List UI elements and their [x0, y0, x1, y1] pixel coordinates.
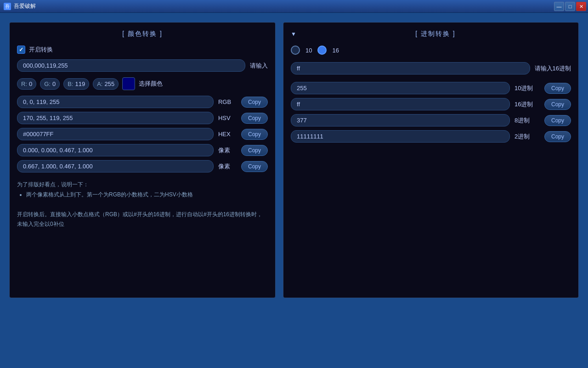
base-conversion-panel: ▼ [ 进制转换 ] 10 16 请输入16进制 255 10进制 Copy f… [283, 22, 579, 298]
a-value: 255 [105, 80, 115, 87]
color-label-3: 像素 [218, 146, 237, 155]
base-conversion-rows: 255 10进制 Copy ff 16进制 Copy 377 8进制 Copy … [291, 82, 571, 143]
color-row-1: 170, 255, 119, 255 HSV Copy [17, 112, 268, 124]
toggle-16-radio[interactable] [317, 46, 327, 55]
main-content: [ 颜色转换 ] 开启转换 请输入 R: 0 G: 0 B: 119 [0, 13, 588, 368]
notes-title: 为了排版好看点，说明一下： [17, 180, 268, 190]
titlebar: 吾 吾爱破解 — □ ✕ [0, 0, 588, 13]
color-value-rows: 0, 0, 119, 255 RGB Copy 170, 255, 119, 2… [17, 96, 268, 172]
base-label-2: 8进制 [514, 116, 540, 125]
color-input[interactable] [17, 59, 245, 72]
hex-input-row: 请输入16进制 [291, 62, 571, 75]
select-color-button[interactable]: 选择颜色 [139, 80, 163, 88]
app-icon: 吾 [4, 3, 11, 10]
dropdown-arrow-icon: ▼ [291, 31, 296, 37]
base-row-3: 11111111 2进制 Copy [291, 130, 571, 143]
app-title: 吾爱破解 [14, 2, 36, 10]
color-row-2: #000077FF HEX Copy [17, 128, 268, 140]
color-row-3: 0.000, 0.000, 0.467, 1.000 像素 Copy [17, 144, 268, 156]
color-value-3: 0.000, 0.000, 0.467, 1.000 [17, 144, 214, 156]
color-row-4: 0.667, 1.000, 0.467, 1.000 像素 Copy [17, 160, 268, 172]
base-value-0: 255 [291, 82, 510, 94]
copy-button-left-0[interactable]: Copy [241, 97, 268, 108]
color-preview-swatch [122, 77, 135, 90]
g-value: 0 [52, 80, 56, 87]
hex-input[interactable] [291, 62, 530, 75]
enable-conversion-checkbox[interactable] [17, 46, 25, 54]
color-label-4: 像素 [218, 162, 237, 171]
toggle-row: 10 16 [291, 46, 571, 55]
right-panel-title: [ 进制转换 ] [300, 30, 571, 38]
base-label-1: 16进制 [514, 100, 540, 109]
b-value: 119 [75, 80, 85, 87]
notes-item-0: 两个像素格式从上到下。第一个为RGB的小数格式，二为HSV小数格 [26, 190, 268, 200]
r-value: 0 [29, 80, 32, 87]
color-value-1: 170, 255, 119, 255 [17, 112, 214, 124]
right-panel-header: ▼ [ 进制转换 ] [291, 30, 571, 38]
window-controls: — □ ✕ [554, 2, 586, 11]
notes-section: 为了排版好看点，说明一下： 两个像素格式从上到下。第一个为RGB的小数格式，二为… [17, 180, 268, 230]
copy-button-left-1[interactable]: Copy [241, 113, 268, 124]
r-box: R: 0 [17, 78, 36, 90]
toggle-10-radio[interactable] [291, 46, 300, 55]
color-label-1: HSV [218, 115, 237, 121]
maximize-button[interactable]: □ [565, 2, 575, 11]
b-box: B: 119 [63, 78, 89, 90]
copy-button-right-2[interactable]: Copy [544, 115, 571, 126]
g-label: G: [44, 80, 51, 87]
base-row-0: 255 10进制 Copy [291, 82, 571, 94]
b-label: B: [68, 80, 73, 87]
copy-button-right-1[interactable]: Copy [544, 99, 571, 110]
base-label-0: 10进制 [514, 84, 540, 92]
hex-input-placeholder-label: 请输入16进制 [535, 64, 571, 73]
g-box: G: 0 [40, 78, 60, 90]
left-panel-title: [ 颜色转换 ] [17, 30, 268, 38]
color-input-placeholder-label: 请输入 [250, 62, 268, 70]
enable-conversion-row: 开启转换 [17, 46, 268, 54]
base-value-3: 11111111 [291, 130, 510, 143]
color-value-4: 0.667, 1.000, 0.467, 1.000 [17, 160, 214, 172]
base-value-2: 377 [291, 114, 510, 126]
base-row-1: ff 16进制 Copy [291, 98, 571, 110]
base-value-1: ff [291, 98, 510, 110]
base-label-3: 2进制 [514, 132, 540, 141]
toggle-16-label: 16 [332, 47, 339, 54]
close-button[interactable]: ✕ [576, 2, 586, 11]
toggle-10-label: 10 [305, 47, 312, 54]
enable-conversion-label: 开启转换 [29, 46, 53, 54]
a-label: A: [97, 80, 102, 87]
color-input-row: 请输入 [17, 59, 268, 72]
a-box: A: 255 [93, 78, 119, 90]
minimize-button[interactable]: — [554, 2, 564, 11]
r-label: R: [21, 80, 27, 87]
color-row-0: 0, 0, 119, 255 RGB Copy [17, 96, 268, 108]
copy-button-right-0[interactable]: Copy [544, 83, 571, 94]
copy-button-left-4[interactable]: Copy [241, 161, 268, 172]
copy-button-right-3[interactable]: Copy [544, 131, 571, 142]
copy-button-left-3[interactable]: Copy [241, 145, 268, 156]
notes-extra: 开启转换后。直接输入小数点格式（RGB）或以#开头的16进制，进行自动以#开头的… [17, 210, 268, 230]
rgba-row: R: 0 G: 0 B: 119 A: 255 选择颜色 [17, 77, 268, 90]
color-conversion-panel: [ 颜色转换 ] 开启转换 请输入 R: 0 G: 0 B: 119 [9, 22, 276, 298]
color-value-2: #000077FF [17, 128, 214, 140]
color-value-0: 0, 0, 119, 255 [17, 96, 214, 108]
base-row-2: 377 8进制 Copy [291, 114, 571, 126]
color-label-0: RGB [218, 98, 237, 105]
copy-button-left-2[interactable]: Copy [241, 129, 268, 140]
color-label-2: HEX [218, 131, 237, 138]
